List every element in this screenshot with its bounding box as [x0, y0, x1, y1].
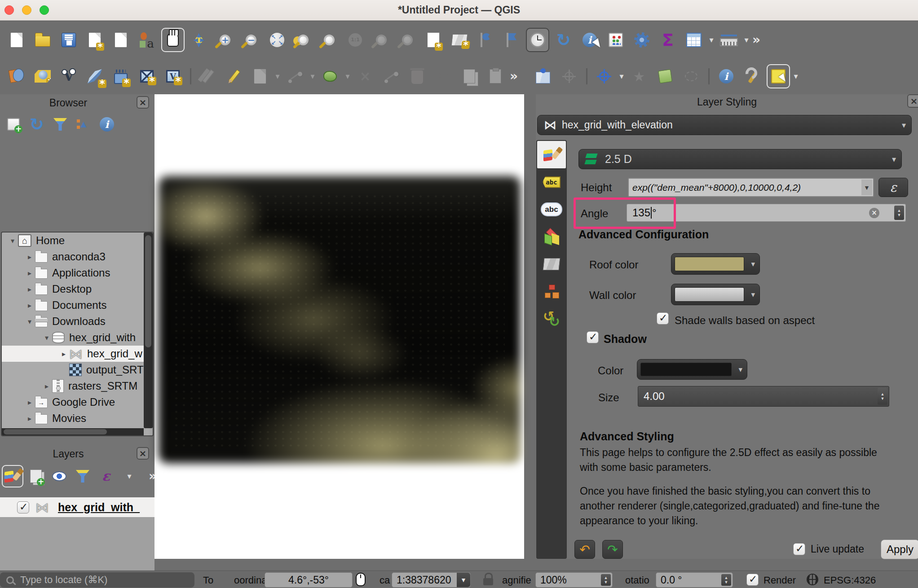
lasso-select-icon[interactable] — [680, 64, 703, 88]
sticky-notes-icon[interactable] — [653, 64, 677, 88]
tab-masks[interactable] — [537, 196, 566, 223]
zoom-full-icon[interactable] — [265, 28, 289, 52]
browser-horizontal-scrollbar[interactable] — [2, 428, 144, 435]
tab-3d-view[interactable] — [537, 223, 566, 250]
height-expression-field[interactable]: exp(("dem_mean"+8000),0,10000,0,4,2) ▼ — [628, 178, 874, 197]
new-project-icon[interactable] — [5, 28, 28, 52]
expand-arrow-icon[interactable] — [7, 237, 18, 245]
expand-arrow-icon[interactable] — [24, 269, 35, 277]
browser-vertical-scrollbar[interactable] — [144, 233, 153, 428]
map-canvas[interactable] — [154, 94, 524, 559]
pan-to-selection-icon[interactable] — [187, 28, 211, 52]
undo-button[interactable]: ↶ — [574, 540, 595, 559]
measure-icon[interactable] — [717, 28, 741, 52]
roof-color-button[interactable]: ▾ — [671, 253, 760, 275]
shadow-color-button[interactable]: ▾ — [637, 359, 747, 380]
add-raster-layer-icon[interactable] — [135, 64, 159, 88]
copy-features-icon[interactable] — [458, 64, 481, 88]
layers-caret-icon[interactable] — [119, 465, 140, 487]
angle-stepper[interactable] — [894, 206, 904, 220]
filter-by-expression-icon[interactable] — [95, 465, 117, 487]
expand-arrow-icon[interactable] — [24, 414, 35, 423]
expand-arrow-icon[interactable] — [41, 333, 52, 342]
delete-selected-icon[interactable] — [406, 64, 429, 88]
browser-refresh-icon[interactable] — [26, 113, 48, 136]
browser-add-layer-icon[interactable] — [3, 113, 24, 136]
tree-item-output-srtm[interactable]: output_SRTM — [2, 362, 153, 378]
measure-dropdown-icon[interactable] — [743, 28, 750, 52]
zoom-to-layer-icon[interactable] — [291, 28, 315, 52]
tree-item-anaconda3[interactable]: anaconda3 — [2, 249, 153, 265]
tab-elevation[interactable] — [537, 250, 566, 278]
manage-visibility-icon[interactable] — [49, 465, 70, 487]
expand-arrow-icon[interactable] — [24, 253, 35, 261]
current-edits-icon[interactable] — [196, 64, 220, 88]
browser-collapse-all-icon[interactable] — [73, 113, 94, 136]
open-project-icon[interactable] — [31, 28, 54, 52]
tab-labels[interactable] — [537, 168, 566, 196]
rotation-stepper[interactable] — [721, 574, 731, 586]
zoom-next-icon[interactable] — [396, 28, 419, 52]
redo-button[interactable]: ↷ — [602, 540, 623, 559]
paste-features-icon[interactable] — [484, 64, 507, 88]
add-point-cloud-layer-icon[interactable] — [57, 64, 80, 88]
locate-search-input[interactable]: Type to locate (⌘K) — [0, 572, 194, 588]
renderer-dropdown[interactable]: 2.5 D ▾ — [578, 149, 902, 169]
clear-field-icon[interactable]: × — [869, 208, 879, 218]
statistics-icon[interactable] — [604, 28, 627, 52]
zoom-to-selection-icon[interactable] — [318, 28, 341, 52]
expand-arrow-icon[interactable] — [24, 285, 35, 294]
live-update-checkbox[interactable] — [793, 543, 805, 555]
save-edits-icon[interactable] — [248, 64, 272, 88]
options-wrench-icon[interactable] — [741, 64, 764, 88]
expand-arrow-icon[interactable] — [24, 301, 35, 310]
zoom-native-icon[interactable] — [344, 28, 367, 52]
polygon-dropdown-icon[interactable] — [344, 64, 351, 88]
cut-features-icon[interactable] — [432, 64, 455, 88]
wall-color-button[interactable]: ▾ — [671, 284, 760, 305]
shadow-size-input[interactable]: 4.00 — [638, 386, 889, 407]
add-feature-dropdown-icon[interactable] — [309, 64, 316, 88]
open-layer-styling-icon[interactable] — [2, 465, 23, 487]
tab-history[interactable] — [537, 305, 566, 333]
identify-features-icon[interactable] — [578, 28, 601, 52]
add-delimited-text-layer-icon[interactable] — [83, 64, 106, 88]
target-dropdown-icon[interactable] — [618, 64, 625, 88]
new-map-annotation-icon[interactable] — [531, 64, 555, 88]
tree-item-documents[interactable]: Documents — [2, 297, 153, 313]
attribute-table-dropdown-icon[interactable] — [708, 28, 715, 52]
temporal-controller-icon[interactable] — [526, 28, 549, 52]
tree-item-applications[interactable]: Applications — [2, 265, 153, 281]
save-project-icon[interactable] — [57, 28, 80, 52]
toolbar-overflow-icon[interactable] — [752, 28, 759, 52]
tree-item-desktop[interactable]: Desktop — [2, 281, 153, 297]
zoom-last-icon[interactable] — [370, 28, 393, 52]
apply-button[interactable]: Apply — [881, 540, 918, 559]
new-3d-map-view-icon[interactable] — [448, 28, 471, 52]
tree-item-google-drive[interactable]: Google Drive — [2, 394, 153, 410]
shade-walls-checkbox[interactable] — [657, 312, 669, 325]
tab-symbology[interactable] — [537, 141, 566, 168]
shadow-checkbox[interactable] — [587, 331, 599, 343]
chevron-down-icon[interactable]: ▼ — [457, 573, 470, 587]
add-vector-layer-icon[interactable] — [31, 64, 54, 88]
zoom-in-icon[interactable] — [213, 28, 237, 52]
lock-scale-icon[interactable] — [483, 578, 493, 585]
new-print-layout-icon[interactable] — [83, 28, 106, 52]
show-statistical-summary-icon[interactable] — [656, 28, 680, 52]
new-bookmark-icon[interactable] — [474, 28, 497, 52]
render-checkbox[interactable] — [746, 574, 759, 586]
scrollbar-thumb[interactable] — [4, 429, 107, 434]
add-group-icon[interactable] — [25, 465, 47, 487]
layers-close-icon[interactable]: × — [137, 447, 149, 460]
tree-item-rasters-srtm[interactable]: rasters_SRTM — [2, 378, 153, 394]
magnifier-stepper[interactable] — [601, 574, 611, 586]
add-mesh-layer-icon[interactable] — [109, 64, 132, 88]
select-dropdown-icon[interactable] — [793, 64, 799, 88]
browser-properties-icon[interactable] — [96, 113, 118, 136]
digitize-dropdown-icon[interactable] — [274, 64, 281, 88]
vertex-tool-icon[interactable] — [353, 64, 377, 88]
select-by-rectangle-icon[interactable] — [767, 64, 790, 88]
scale-combobox[interactable]: 1:38378620 ▼ — [392, 572, 471, 588]
tree-item-home[interactable]: Home — [2, 233, 153, 249]
